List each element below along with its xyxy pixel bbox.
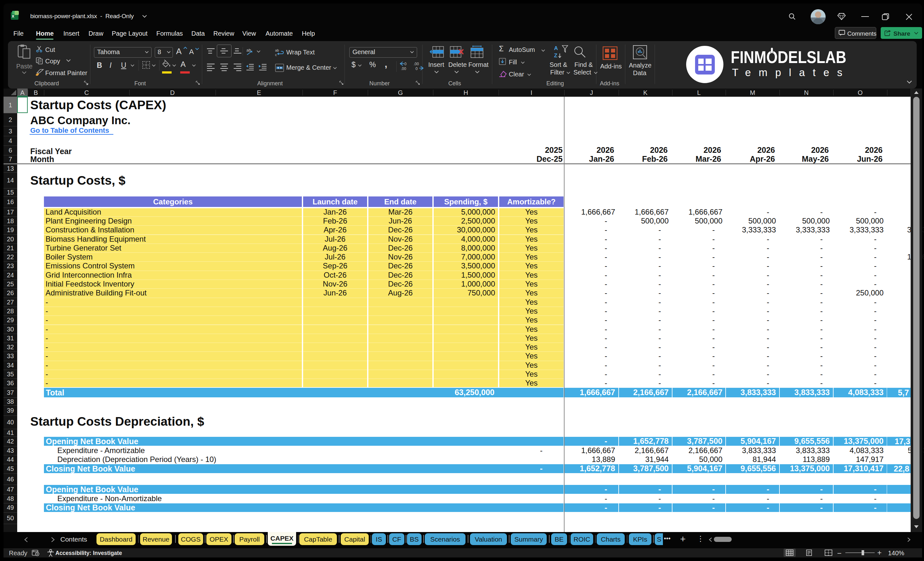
- svg-text:x: x: [12, 14, 14, 18]
- svg-text:c: c: [275, 53, 277, 57]
- svg-text:.00: .00: [414, 62, 419, 66]
- svg-text:.00: .00: [401, 66, 406, 71]
- svg-text:ab: ab: [246, 48, 251, 52]
- svg-text:A: A: [554, 45, 558, 51]
- svg-text:ab: ab: [275, 48, 279, 52]
- svg-text:0: 0: [416, 66, 418, 71]
- svg-text:0: 0: [404, 62, 406, 66]
- svg-text:Z: Z: [554, 52, 557, 58]
